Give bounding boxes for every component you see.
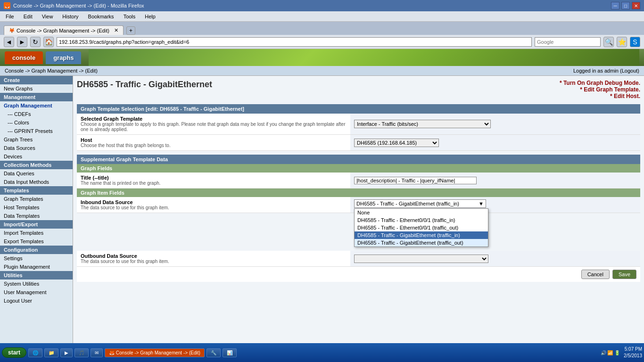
- sidebar-item-plugin-management[interactable]: Plugin Management: [0, 263, 73, 271]
- dropdown-option-gig-out[interactable]: DH6585 - Traffic - GigabitEthernet (traf…: [355, 239, 488, 247]
- menu-history[interactable]: History: [60, 13, 80, 20]
- window-controls: ─ □ ✕: [611, 2, 640, 9]
- taskbar-explorer[interactable]: 📁: [44, 348, 58, 357]
- graph-template-section-header: Graph Template Selection [edit: DH6585 -…: [77, 104, 640, 114]
- debug-mode-link[interactable]: * Turn On Graph Debug Mode.: [560, 80, 640, 86]
- start-button[interactable]: start: [2, 347, 26, 358]
- sidebar-item-graph-management[interactable]: Graph Management: [0, 101, 73, 110]
- maximize-button[interactable]: □: [621, 2, 630, 9]
- sidebar-templates-header: Templates: [0, 186, 73, 195]
- selected-template-value-cell: Interface - Traffic (bits/sec): [350, 114, 640, 134]
- bookmark-button[interactable]: ⭐: [617, 37, 627, 47]
- title-label-cell: Title (--title) The name that is printed…: [77, 173, 350, 188]
- inbound-desc: The data source to use for this graph it…: [81, 205, 347, 210]
- taskbar-ie[interactable]: 🌐: [28, 348, 42, 357]
- sidebar-item-new-graphs[interactable]: New Graphs: [0, 84, 73, 93]
- main-content: DH6585 - Traffic - GigabitEthernet * Tur…: [73, 76, 644, 362]
- sidebar-item-graph-trees[interactable]: Graph Trees: [0, 135, 73, 144]
- tab-close-icon[interactable]: ✕: [114, 27, 118, 33]
- sidebar-item-export-templates[interactable]: Export Templates: [0, 237, 73, 246]
- sidebar-item-data-input-methods[interactable]: Data Input Methods: [0, 178, 73, 186]
- sidebar-item-data-templates[interactable]: Data Templates: [0, 212, 73, 220]
- reload-button[interactable]: ↻: [30, 37, 41, 47]
- supplemental-section-header: Supplemental Graph Template Data: [77, 155, 640, 164]
- taskbar-tools[interactable]: 🔧: [206, 348, 221, 357]
- login-status: Logged in as admin (Logout): [573, 68, 639, 74]
- back-button[interactable]: ◄: [4, 37, 14, 47]
- tab-bar: 🦊 Console -> Graph Management -> (Edit) …: [0, 22, 644, 35]
- menu-file[interactable]: File: [4, 13, 16, 20]
- taskbar-winamp[interactable]: 🎵: [74, 348, 89, 357]
- host-label: Host: [81, 137, 347, 143]
- menu-bar: File Edit View History Bookmarks Tools H…: [0, 11, 644, 22]
- address-input[interactable]: [57, 37, 532, 47]
- skype-button[interactable]: S: [630, 37, 640, 47]
- cancel-button[interactable]: Cancel: [581, 270, 610, 279]
- dropdown-option-eth-out[interactable]: DH6585 - Traffic - Ethernet0/0/1 (traffi…: [355, 224, 488, 231]
- menu-edit[interactable]: Edit: [22, 13, 34, 20]
- sidebar-item-data-queries[interactable]: Data Queries: [0, 169, 73, 178]
- taskbar-chart[interactable]: 📊: [223, 348, 237, 357]
- host-row: Host Choose the host that this graph bel…: [77, 135, 640, 151]
- title-input[interactable]: [354, 177, 477, 184]
- menu-view[interactable]: View: [40, 13, 55, 20]
- menu-help[interactable]: Help: [143, 13, 157, 20]
- sidebar-item-host-templates[interactable]: Host Templates: [0, 203, 73, 212]
- inbound-label-cell: Inbound Data Source The data source to u…: [77, 197, 350, 213]
- sidebar-item-logout[interactable]: Logout User: [0, 296, 73, 305]
- forward-button[interactable]: ►: [17, 37, 27, 47]
- taskbar-mail[interactable]: ✉: [91, 348, 103, 357]
- menu-bookmarks[interactable]: Bookmarks: [86, 13, 116, 20]
- nav-tab-console[interactable]: console: [5, 51, 43, 64]
- active-tab[interactable]: 🦊 Console -> Graph Management -> (Edit) …: [4, 25, 124, 35]
- sidebar-item-settings[interactable]: Settings: [0, 254, 73, 263]
- nav-tab-graphs[interactable]: graphs: [46, 51, 81, 64]
- page-title: DH6585 - Traffic - GigabitEthernet: [77, 80, 212, 90]
- sidebar-item-system-utilities[interactable]: System Utilities: [0, 280, 73, 288]
- sidebar-item-gprint-presets[interactable]: --- GPRINT Presets: [0, 127, 73, 135]
- sidebar-item-devices[interactable]: Devices: [0, 152, 73, 161]
- button-row: Cancel Save: [77, 267, 640, 282]
- new-tab-button[interactable]: +: [126, 26, 135, 35]
- search-input[interactable]: [535, 37, 601, 47]
- close-button[interactable]: ✕: [632, 2, 640, 9]
- sidebar-item-graph-templates[interactable]: Graph Templates: [0, 195, 73, 203]
- dropdown-option-eth-in[interactable]: DH6585 - Traffic - Ethernet0/0/1 (traffi…: [355, 216, 488, 224]
- inbound-selected-value: DH6585 - Traffic - GigabitEthernet (traf…: [356, 201, 459, 206]
- sidebar-item-colors[interactable]: --- Colors: [0, 118, 73, 127]
- title-value-cell: [350, 173, 640, 188]
- inbound-dropdown-trigger[interactable]: DH6585 - Traffic - GigabitEthernet (traf…: [354, 199, 486, 208]
- selected-template-row: Selected Graph Template Choose a graph t…: [77, 114, 640, 135]
- search-button[interactable]: 🔍: [603, 37, 614, 47]
- outbound-label-cell: Outbound Data Source The data source to …: [77, 251, 350, 266]
- taskbar-media[interactable]: ▶: [60, 348, 73, 357]
- breadcrumb-bar: Console -> Graph Management -> (Edit) Lo…: [0, 66, 644, 76]
- dropdown-option-gig-in[interactable]: DH6585 - Traffic - GigabitEthernet (traf…: [355, 231, 488, 239]
- dropdown-option-none[interactable]: None: [355, 209, 488, 216]
- title-label: Title (--title): [81, 175, 347, 181]
- sidebar: Create New Graphs Management Graph Manag…: [0, 76, 73, 362]
- host-select[interactable]: DH6585 (192.168.64.185): [354, 139, 439, 147]
- home-button[interactable]: 🏠: [43, 37, 54, 47]
- edit-graph-template-link[interactable]: * Edit Graph Template.: [560, 86, 640, 93]
- taskbar-firefox[interactable]: 🦊 Console -> Graph Management -> (Edit): [105, 348, 205, 357]
- inbound-value-cell: DH6585 - Traffic - GigabitEthernet (traf…: [350, 197, 640, 213]
- menu-tools[interactable]: Tools: [122, 13, 138, 20]
- outbound-desc: The data source to use for this graph it…: [81, 259, 347, 264]
- sidebar-item-user-management[interactable]: User Management: [0, 288, 73, 296]
- sidebar-item-data-sources[interactable]: Data Sources: [0, 144, 73, 152]
- edit-host-link[interactable]: * Edit Host.: [560, 93, 640, 99]
- title-desc: The name that is printed on the graph.: [81, 181, 347, 186]
- graph-template-select[interactable]: Interface - Traffic (bits/sec): [354, 120, 491, 128]
- sidebar-item-cdefs[interactable]: --- CDEFs: [0, 110, 73, 118]
- firefox-icon: 🦊: [4, 2, 10, 9]
- inbound-dropdown-list: None DH6585 - Traffic - Ethernet0/0/1 (t…: [354, 208, 488, 247]
- taskbar-icons: 🔊 📶 🔋: [601, 350, 620, 355]
- page-header: DH6585 - Traffic - GigabitEthernet * Tur…: [77, 80, 640, 99]
- sidebar-item-import-templates[interactable]: Import Templates: [0, 229, 73, 237]
- minimize-button[interactable]: ─: [611, 2, 619, 9]
- taskbar: start 🌐 📁 ▶ 🎵 ✉ 🦊 Console -> Graph Manag…: [0, 343, 644, 362]
- save-button[interactable]: Save: [612, 270, 636, 279]
- outbound-row: Outbound Data Source The data source to …: [77, 251, 640, 267]
- outbound-select[interactable]: [354, 255, 488, 263]
